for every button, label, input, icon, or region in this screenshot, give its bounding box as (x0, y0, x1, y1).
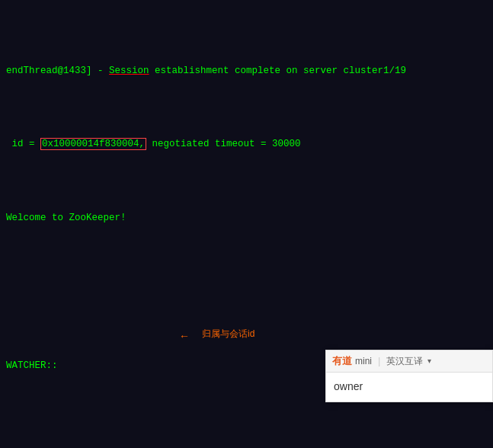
line-text: endThread@1433] - Session establishment … (6, 66, 406, 76)
terminal-line-2: id = 0x10000014f830004, negotiated timeo… (6, 137, 487, 152)
terminal-line-6 (6, 433, 487, 447)
tooltip-translation: owner (334, 380, 363, 392)
timeout-label: timeout (215, 139, 255, 149)
youDao-logo-text: 有道 (332, 354, 352, 369)
tooltip-divider: | (378, 354, 380, 369)
tooltip-body: owner (326, 373, 492, 402)
terminal-line-3: Welcome to ZooKeeper! (6, 211, 487, 226)
terminal-window: endThread@1433] - Session establishment … (0, 0, 493, 448)
youDao-mini-label: mini (355, 354, 372, 369)
tooltip-popup: 有道 mini | 英汉互译 ▾ owner (325, 350, 493, 402)
tooltip-header-left: 有道 mini | 英汉互译 ▾ (332, 354, 431, 369)
translate-label: 英汉互译 (386, 354, 423, 369)
dropdown-icon[interactable]: ▾ (427, 355, 431, 367)
session-id-highlight: 0x10000014f830004, (40, 138, 146, 150)
tooltip-header: 有道 mini | 英汉互译 ▾ (326, 350, 492, 373)
terminal-line-4 (6, 285, 487, 299)
terminal-line-1: endThread@1433] - Session establishment … (6, 64, 487, 78)
